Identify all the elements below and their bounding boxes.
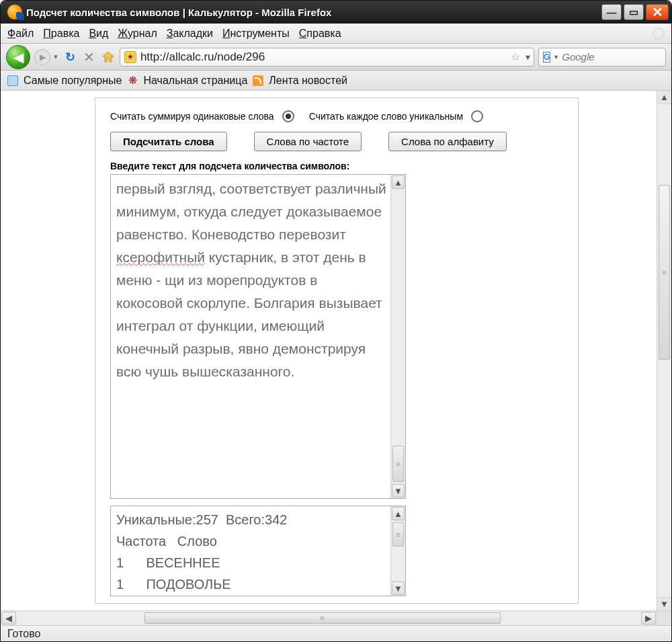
reload-button[interactable]: ↻ [63,50,78,65]
popular-folder-icon [7,75,18,86]
scroll-up-icon[interactable]: ▲ [657,91,671,104]
menu-help[interactable]: Справка [299,28,341,40]
radio1-label: Считать суммируя одинаковые слова [110,111,274,122]
bookmark-news[interactable]: Лента новостей [269,75,347,87]
menu-file[interactable]: Файл [7,28,34,40]
status-text: Готово [7,628,40,640]
scroll-thumb[interactable] [392,446,404,482]
radio2-label: Считать каждое слово уникальным [309,111,463,122]
scroll-left-icon[interactable]: ◀ [1,612,16,625]
textarea-text-pre: первый взгляд, соответствует различный м… [116,181,386,242]
site-favicon-icon: ★ [124,51,136,63]
scroll-down-icon[interactable]: ▼ [657,597,671,610]
scroll-thumb[interactable] [144,612,501,624]
scroll-corner [657,611,671,625]
page-horizontal-scrollbar[interactable]: ◀ ▶ [1,610,671,625]
bookmark-star-icon[interactable]: ☆ [511,50,520,63]
words-by-freq-button[interactable]: Слова по частоте [254,132,362,151]
textarea-text-post: кустарник, в этот день в меню - щи из мо… [116,249,382,379]
search-bar[interactable]: G ▼ 🔍 [538,48,666,67]
scroll-thumb[interactable] [392,522,404,547]
url-bar[interactable]: ★ http://allcalc.ru/node/296 ☆ ▼ [120,48,534,67]
firefox-icon [7,5,22,19]
menu-edit[interactable]: Правка [43,28,79,40]
search-input[interactable] [562,51,672,63]
maximize-button[interactable]: ▭ [624,4,644,20]
page-vertical-scrollbar[interactable]: ▲ ▼ [657,91,671,610]
count-words-button[interactable]: Подсчитать слова [110,132,227,151]
rss-icon [253,75,263,86]
menu-history[interactable]: Журнал [118,28,157,40]
textarea-label: Введите текст для подсчета количества си… [110,161,563,171]
menu-tools[interactable]: Инструменты [222,28,290,40]
menu-view[interactable]: Вид [89,28,108,40]
bookmark-start[interactable]: Начальная страница [143,75,247,87]
words-by-alpha-button[interactable]: Слова по алфавиту [388,132,507,151]
scroll-down-icon[interactable]: ▼ [392,484,405,497]
scroll-down-icon[interactable]: ▼ [392,581,405,595]
home-button[interactable] [101,50,116,65]
textarea-scrollbar[interactable]: ▲ ▼ [390,175,405,498]
radio-sum-identical[interactable] [282,110,294,122]
scroll-right-icon[interactable]: ▶ [641,612,656,625]
result-textarea[interactable]: Уникальные:257 Всего:342 Частота Слово 1… [110,506,406,596]
url-dropdown-icon[interactable]: ▼ [524,53,530,61]
input-textarea[interactable]: первый взгляд, соответствует различный м… [110,174,406,499]
stop-button[interactable]: ✕ [82,50,97,65]
search-engine-dropdown-icon[interactable]: ▼ [553,54,559,61]
window-title: Подсчет количества символов | Калькулято… [26,7,601,18]
back-button[interactable]: ◀ [6,45,30,69]
textarea-text-misspell: ксерофитный [116,249,205,265]
url-text[interactable]: http://allcalc.ru/node/296 [140,50,507,64]
google-engine-icon[interactable]: G [543,52,550,63]
scroll-thumb[interactable] [659,185,670,360]
page-card: Считать суммируя одинаковые слова Считат… [95,97,579,604]
close-button[interactable]: ✕ [646,4,669,20]
start-page-icon: ❋ [127,75,138,86]
scroll-up-icon[interactable]: ▲ [392,175,405,189]
scroll-up-icon[interactable]: ▲ [392,507,405,520]
navhistory-dropdown-icon[interactable]: ▼ [52,53,59,61]
bookmark-popular[interactable]: Самые популярные [24,75,122,87]
menu-bookmarks[interactable]: Закладки [167,28,213,40]
minimize-button[interactable]: — [601,4,622,20]
forward-button[interactable]: ▶ [34,49,50,65]
result-scrollbar[interactable]: ▲ ▼ [390,506,405,596]
radio-each-unique[interactable] [471,110,483,122]
throbber-icon [653,28,665,40]
